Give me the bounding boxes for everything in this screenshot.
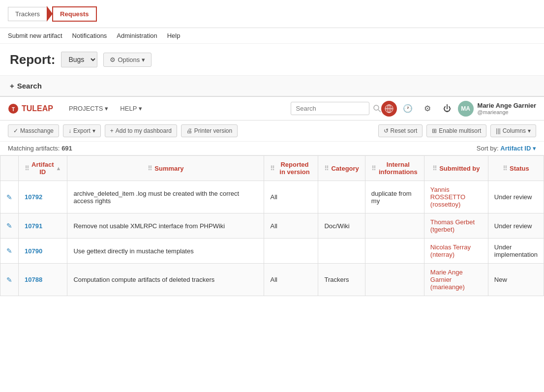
reset-sort-button[interactable]: ↺ Reset sort — [378, 124, 423, 137]
table-row: ✎ 10792 archive_deleted_item .log must b… — [0, 181, 544, 213]
projects-nav-button[interactable]: PROJECTS ▾ — [63, 97, 114, 121]
matching-artifacts-text: Matching artifacts: 691 — [8, 145, 72, 152]
nav-administration[interactable]: Administration — [117, 32, 157, 39]
category-cell: Doc/Wiki — [318, 213, 365, 239]
table-row: ✎ 10791 Remove not usable XMLRPC interfa… — [0, 213, 544, 239]
submitted-by-cell: Yannis ROSSETTO (rossettoy) — [424, 181, 488, 213]
caret-icon: ▾ — [105, 105, 108, 112]
gear-icon: ⚙ — [110, 56, 116, 63]
edit-link[interactable]: ✎ — [6, 276, 12, 284]
artifact-id-cell: 10790 — [19, 239, 67, 264]
tuleap-nav: T TULEAP PROJECTS ▾ HELP ▾ 🕐 ⚙ ⏻ MA Mari… — [0, 97, 544, 121]
nav-submit-artifact[interactable]: Submit new artifact — [8, 32, 62, 39]
edit-cell: ✎ — [0, 213, 19, 239]
category-cell — [318, 181, 365, 213]
edit-cell: ✎ — [0, 239, 19, 264]
status-cell: Under implementation — [488, 239, 544, 264]
artifact-id-link[interactable]: 10790 — [25, 247, 42, 255]
drag-handle-icon: ⠿ — [324, 165, 329, 172]
add-dashboard-button[interactable]: + Add to my dashboard — [105, 124, 177, 137]
masschange-button[interactable]: ✓ Masschange — [8, 124, 59, 137]
reset-icon: ↺ — [384, 127, 389, 134]
edit-link[interactable]: ✎ — [6, 247, 12, 255]
submitted-by-link[interactable]: Nicolas Terray (nterray) — [430, 243, 471, 258]
artifact-id-cell: 10792 — [19, 181, 67, 213]
summary-cell: Remove not usable XMLRPC interface from … — [67, 213, 264, 239]
search-icon — [373, 105, 381, 113]
sort-caret-icon: ▾ — [533, 145, 536, 152]
enable-multisort-button[interactable]: ⊞ Enable multisort — [426, 124, 486, 137]
artifacts-bar: Matching artifacts: 691 Sort by: Artifac… — [0, 142, 544, 155]
avatar: MA — [458, 101, 474, 117]
report-title: Report: — [10, 52, 55, 67]
col-internal-info[interactable]: ⠿ Internal informations — [365, 156, 424, 181]
export-button[interactable]: ↓ Export ▾ — [63, 124, 101, 137]
options-button[interactable]: ⚙ Options ▾ — [103, 53, 151, 67]
report-header: Report: Bugs ⚙ Options ▾ — [0, 44, 544, 76]
col-reported-version[interactable]: ⠿ Reported in version — [264, 156, 318, 181]
export-caret-icon: ▾ — [92, 127, 95, 134]
edit-link[interactable]: ✎ — [6, 222, 12, 230]
artifact-id-link[interactable]: 10788 — [25, 276, 42, 283]
reported-version-cell — [264, 239, 318, 264]
status-cell: New — [488, 264, 544, 296]
drag-handle-icon: ⠿ — [371, 165, 376, 172]
col-category[interactable]: ⠿ Category — [318, 156, 365, 181]
submitted-by-link[interactable]: Yannis ROSSETTO (rossettoy) — [430, 186, 465, 208]
drag-handle-icon: ⠿ — [432, 165, 437, 172]
internal-info-cell — [365, 264, 424, 296]
help-nav-button[interactable]: HELP ▾ — [114, 97, 148, 121]
internal-info-cell — [365, 213, 424, 239]
reported-version-cell: All — [264, 213, 318, 239]
drag-handle-icon: ⠿ — [25, 165, 30, 172]
status-cell: Under review — [488, 181, 544, 213]
sort-info: Sort by: Artifact ID ▾ — [477, 145, 536, 152]
columns-caret-icon: ▾ — [528, 127, 531, 134]
clock-icon-button[interactable]: 🕐 — [399, 100, 417, 118]
category-cell — [318, 239, 365, 264]
tuleap-logo-icon: T — [8, 103, 19, 114]
svg-point-2 — [374, 105, 379, 110]
user-info[interactable]: MA Marie Ange Garnier @marieange — [458, 101, 536, 117]
submitted-by-cell: Marie Ange Garnier (marieange) — [424, 264, 488, 296]
columns-button[interactable]: ||| Columns ▾ — [490, 124, 536, 137]
caret-icon: ▾ — [142, 56, 145, 63]
sort-value[interactable]: Artifact ID — [500, 145, 531, 152]
artifact-id-link[interactable]: 10791 — [25, 222, 42, 230]
power-icon-button[interactable]: ⏻ — [438, 100, 456, 118]
nav-help[interactable]: Help — [167, 32, 181, 39]
col-summary[interactable]: ⠿ Summary — [67, 156, 264, 181]
caret-icon: ▾ — [139, 105, 142, 112]
columns-icon: ||| — [496, 127, 500, 134]
table-header-row: ⠿ Artifact ID ▲ ⠿ Summary ⠿ Reported in … — [0, 156, 544, 181]
edit-link[interactable]: ✎ — [6, 193, 12, 201]
col-submitted-by[interactable]: ⠿ Submitted by — [424, 156, 488, 181]
reported-version-cell: All — [264, 181, 318, 213]
settings-icon-button[interactable]: ⚙ — [419, 100, 436, 118]
dashboard-icon: + — [110, 127, 114, 134]
toolbar-right: ↺ Reset sort ⊞ Enable multisort ||| Colu… — [378, 124, 536, 137]
user-details: Marie Ange Garnier @marieange — [478, 102, 536, 115]
col-drag — [0, 156, 19, 181]
search-toggle[interactable]: + Search — [10, 82, 534, 90]
report-type-select[interactable]: Bugs — [61, 52, 97, 67]
printer-button[interactable]: 🖨 Printer version — [181, 124, 238, 137]
artifact-id-cell: 10791 — [19, 213, 67, 239]
artifact-id-link[interactable]: 10792 — [25, 193, 42, 201]
results-table: ⠿ Artifact ID ▲ ⠿ Summary ⠿ Reported in … — [0, 155, 544, 296]
nav-search-input[interactable] — [291, 102, 369, 115]
submitted-by-cell: Thomas Gerbet (tgerbet) — [424, 213, 488, 239]
col-artifact-id[interactable]: ⠿ Artifact ID ▲ — [19, 156, 67, 181]
col-status[interactable]: ⠿ Status — [488, 156, 544, 181]
results-area: ⠿ Artifact ID ▲ ⠿ Summary ⠿ Reported in … — [0, 155, 544, 296]
reported-version-cell: All — [264, 264, 318, 296]
breadcrumb-trackers[interactable]: Trackers — [8, 7, 47, 21]
submitted-by-link[interactable]: Marie Ange Garnier (marieange) — [430, 269, 465, 291]
submitted-by-link[interactable]: Thomas Gerbet (tgerbet) — [430, 218, 475, 233]
svg-text:T: T — [12, 107, 15, 112]
tuleap-logo[interactable]: T TULEAP — [8, 103, 53, 114]
nav-notifications[interactable]: Notifications — [72, 32, 107, 39]
notification-globe-icon[interactable] — [381, 101, 397, 117]
breadcrumb-requests[interactable]: Requests — [52, 6, 97, 22]
drag-handle-icon: ⠿ — [270, 165, 275, 172]
